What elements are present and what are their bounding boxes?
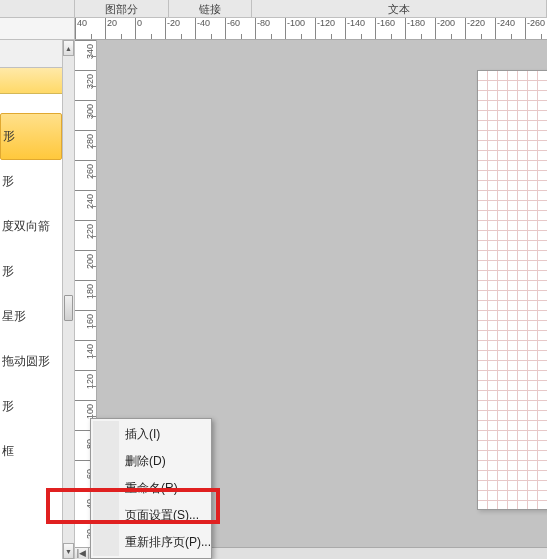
ruler-v-tick: 320 [75,70,96,100]
ruler-h-tick: -60 [225,18,255,39]
toolbar-corner [0,18,75,40]
ribbon-tab-links[interactable]: 链接 [169,0,252,17]
menu-page-setup[interactable]: 页面设置(S)... [93,502,209,529]
ruler-h-tick: 20 [105,18,135,39]
shape-item-4[interactable]: 星形 [0,294,62,339]
ruler-h-tick: -200 [435,18,465,39]
shapes-list: 形形度双向箭形星形拖动圆形形框 [0,94,62,474]
menu-delete[interactable]: 删除(D) [93,448,209,475]
ruler-h-tick: -140 [345,18,375,39]
ruler-v-tick: 240 [75,190,96,220]
shape-item-3[interactable]: 形 [0,249,62,294]
ribbon-tab-text[interactable]: 文本 [252,0,547,17]
shapes-panel: 形形度双向箭形星形拖动圆形形框 [0,40,63,559]
ruler-h-tick: 40 [75,18,105,39]
ruler-h-tick: -220 [465,18,495,39]
shape-item-1[interactable]: 形 [0,159,62,204]
ribbon-spacer [0,0,75,17]
menu-reorder[interactable]: 重新排序页(P)... [93,529,209,556]
scroll-thumb[interactable] [64,295,73,321]
shapes-search-bar[interactable] [0,68,62,94]
ruler-h-tick: -260 [525,18,547,39]
ruler-v-tick: 260 [75,160,96,190]
horizontal-ruler: 40200-20-40-60-80-100-120-140-160-180-20… [75,18,547,40]
shape-item-2[interactable]: 度双向箭 [0,204,62,249]
ruler-v-tick: 140 [75,340,96,370]
shapes-header [0,40,62,68]
shape-item-0[interactable]: 形 [0,113,62,160]
shape-item-7[interactable]: 框 [0,429,62,474]
scroll-down-button[interactable]: ▼ [63,543,74,559]
ruler-v-tick: 120 [75,370,96,400]
ruler-h-tick: -100 [285,18,315,39]
ribbon-tab-parts[interactable]: 图部分 [75,0,169,17]
ruler-v-tick: 180 [75,280,96,310]
ruler-h-tick: -80 [255,18,285,39]
ruler-v-tick: 280 [75,130,96,160]
menu-insert[interactable]: 插入(I) [93,421,209,448]
shape-item-5[interactable]: 拖动圆形 [0,339,62,384]
ruler-v-tick: 300 [75,100,96,130]
ruler-h-tick: 0 [135,18,165,39]
ruler-h-tick: -40 [195,18,225,39]
ribbon-tabs: 图部分 链接 文本 [0,0,547,18]
ruler-h-tick: -160 [375,18,405,39]
ruler-v-tick: 220 [75,220,96,250]
ruler-h-tick: -120 [315,18,345,39]
ruler-h-tick: -180 [405,18,435,39]
ruler-v-tick: 200 [75,250,96,280]
shapes-scrollbar[interactable]: ▲ ▼ [63,40,75,559]
ruler-h-tick: -240 [495,18,525,39]
ruler-v-tick: 160 [75,310,96,340]
page-context-menu: 插入(I) 删除(D) 重命名(R) 页面设置(S)... 重新排序页(P)..… [90,418,212,559]
menu-rename[interactable]: 重命名(R) [93,475,209,502]
scroll-up-button[interactable]: ▲ [63,40,74,56]
shape-item-6[interactable]: 形 [0,384,62,429]
ruler-v-tick: 340 [75,40,96,70]
drawing-page[interactable] [477,70,547,510]
ruler-h-tick: -20 [165,18,195,39]
nav-first-button[interactable]: |◀ [75,548,89,559]
